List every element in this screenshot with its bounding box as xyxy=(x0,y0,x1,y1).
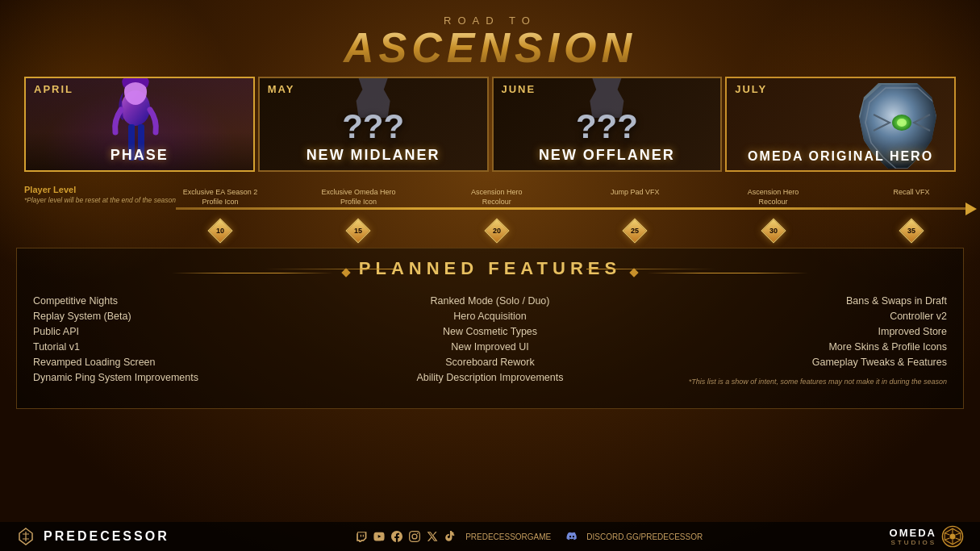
timeline-diamond-2: 20 xyxy=(484,218,509,243)
timeline-section: Player Level *Player level will be reset… xyxy=(24,182,956,240)
timeline-item-1: Exclusive Omeda Hero Profile Icon 15 xyxy=(314,188,402,240)
timeline-number-2: 20 xyxy=(493,227,501,235)
svg-point-5 xyxy=(897,119,907,127)
player-level-note: *Player level will be reset at the end o… xyxy=(24,196,176,205)
svg-point-7 xyxy=(950,534,956,540)
footer: PREDECESSOR PREDECESSORGAME DISCORD.GG/P… xyxy=(0,522,980,551)
predecessor-logo-icon xyxy=(16,527,35,546)
twitter-icon xyxy=(427,531,438,542)
footer-right: OMEDA STUDIOS xyxy=(890,525,964,548)
may-hero-name: NEW MIDLANER xyxy=(260,147,487,164)
tiktok-icon xyxy=(444,531,456,542)
planned-item-c4: Scoreboard Rework xyxy=(343,357,636,368)
planned-columns: Competitive Nights Replay System (Beta) … xyxy=(33,295,947,387)
instagram-icon xyxy=(409,531,420,542)
planned-item-l1: Replay System (Beta) xyxy=(33,311,327,322)
timeline-item-0: Exclusive EA Season 2 Profile Icon 10 xyxy=(176,188,265,240)
planned-item-l3: Tutorial v1 xyxy=(33,341,327,353)
deco-line-left xyxy=(172,273,333,273)
discord-icon xyxy=(564,531,580,542)
june-hero-name: NEW OFFLANER xyxy=(494,147,721,164)
planned-item-r3: More Skins & Profile Icons xyxy=(653,341,947,353)
footer-center: PREDECESSORGAME DISCORD.GG/PREDECESSOR xyxy=(356,531,703,542)
july-hero-name: OMEDA ORIGINAL HERO xyxy=(727,149,954,164)
planned-item-c2: New Cosmetic Types xyxy=(343,326,636,337)
deco-diamond-right xyxy=(630,268,639,277)
planned-item-r1: Controller v2 xyxy=(653,311,947,322)
june-question-marks: ??? xyxy=(576,110,638,144)
planned-column-right: Bans & Swaps in Draft Controller v2 Impr… xyxy=(653,295,947,387)
footer-url: PREDECESSORGAME xyxy=(465,532,551,541)
timeline-diamond-1: 15 xyxy=(346,218,371,243)
twitch-icon xyxy=(356,531,367,542)
timeline-number-0: 10 xyxy=(216,227,224,235)
timeline-number-4: 30 xyxy=(769,227,778,235)
planned-features-section: PLANNED FEATURES Competitive Nights Repl… xyxy=(16,248,964,409)
timeline-label-3: Jump Pad VFX xyxy=(611,188,660,217)
player-level-label: Player Level *Player level will be reset… xyxy=(24,182,176,205)
hero-cards-section: APRIL PHASE MAY ??? NEW MIDLANER JUNE ??… xyxy=(24,77,956,172)
timeline-item-4: Ascension Hero Recolour 30 xyxy=(729,188,818,240)
title-section: ROAD TO ASCENSION xyxy=(0,0,980,69)
planned-item-r0: Bans & Swaps in Draft xyxy=(653,295,947,307)
youtube-icon xyxy=(373,531,385,542)
footer-left: PREDECESSOR xyxy=(16,527,169,546)
deco-line-right xyxy=(647,273,808,273)
timeline-label-5: Recall VFX xyxy=(893,188,929,217)
planned-item-l4: Revamped Loading Screen xyxy=(33,357,327,368)
omeda-label: OMEDA xyxy=(890,527,936,539)
player-level-title: Player Level xyxy=(24,185,176,194)
april-month: APRIL xyxy=(34,83,73,95)
omeda-brand: OMEDA STUDIOS xyxy=(890,527,936,546)
title-deco: PLANNED FEATURES xyxy=(33,258,947,287)
planned-column-center: Ranked Mode (Solo / Duo) Hero Acquisitio… xyxy=(343,295,636,387)
timeline-label-0: Exclusive EA Season 2 Profile Icon xyxy=(182,188,259,217)
omeda-logo-icon xyxy=(941,525,964,548)
timeline-track: Exclusive EA Season 2 Profile Icon 10 Ex… xyxy=(176,182,956,240)
timeline-diamond-0: 10 xyxy=(208,218,233,243)
timeline-label-1: Exclusive Omeda Hero Profile Icon xyxy=(320,188,397,217)
timeline-item-5: Recall VFX 35 xyxy=(867,188,956,240)
timeline-item-2: Ascension Hero Recolour 20 xyxy=(452,188,541,240)
timeline-arrow xyxy=(965,202,977,215)
hero-card-april: APRIL PHASE xyxy=(24,77,255,172)
july-month: JULY xyxy=(735,83,767,95)
timeline-diamond-3: 25 xyxy=(623,218,648,243)
timeline-item-3: Jump Pad VFX 25 xyxy=(590,188,679,240)
may-month: MAY xyxy=(268,83,295,95)
planned-features-title: PLANNED FEATURES xyxy=(359,258,621,279)
timeline-diamond-5: 35 xyxy=(899,218,924,243)
planned-item-c1: Hero Acquisition xyxy=(343,311,636,322)
ascension-title: ASCENSION xyxy=(0,27,980,69)
planned-item-r4: Gameplay Tweaks & Features xyxy=(653,357,947,368)
studios-label: STUDIOS xyxy=(890,539,936,546)
may-question-marks: ??? xyxy=(342,110,404,144)
timeline-items: Exclusive EA Season 2 Profile Icon 10 Ex… xyxy=(176,188,956,240)
hero-card-june: JUNE ??? NEW OFFLANER xyxy=(492,77,723,172)
timeline-diamond-4: 30 xyxy=(761,218,786,243)
timeline-label-2: Ascension Hero Recolour xyxy=(458,188,535,217)
planned-item-l5: Dynamic Ping System Improvements xyxy=(33,372,327,383)
june-month: JUNE xyxy=(502,83,536,95)
planned-item-c5: Ability Description Improvements xyxy=(343,372,636,383)
timeline-label-4: Ascension Hero Recolour xyxy=(735,188,811,217)
planned-item-l2: Public API xyxy=(33,326,327,337)
april-hero-name: PHASE xyxy=(26,147,253,164)
planned-disclaimer: *This list is a show of intent, some fea… xyxy=(653,377,947,387)
timeline-number-3: 25 xyxy=(631,227,639,235)
planned-item-c0: Ranked Mode (Solo / Duo) xyxy=(343,295,636,307)
hero-card-may: MAY ??? NEW MIDLANER xyxy=(258,77,489,172)
planned-item-r2: Improved Store xyxy=(653,326,947,337)
timeline-number-5: 35 xyxy=(907,227,915,235)
hero-card-july: JULY xyxy=(725,77,956,172)
deco-diamond-left xyxy=(341,268,350,277)
planned-item-l0: Competitive Nights xyxy=(33,295,327,307)
planned-column-left: Competitive Nights Replay System (Beta) … xyxy=(33,295,327,387)
predecessor-label: PREDECESSOR xyxy=(44,529,169,544)
facebook-icon xyxy=(391,531,402,542)
planned-item-c3: New Improved UI xyxy=(343,341,636,353)
timeline-number-1: 15 xyxy=(354,227,362,235)
footer-discord: DISCORD.GG/PREDECESSOR xyxy=(586,532,703,541)
